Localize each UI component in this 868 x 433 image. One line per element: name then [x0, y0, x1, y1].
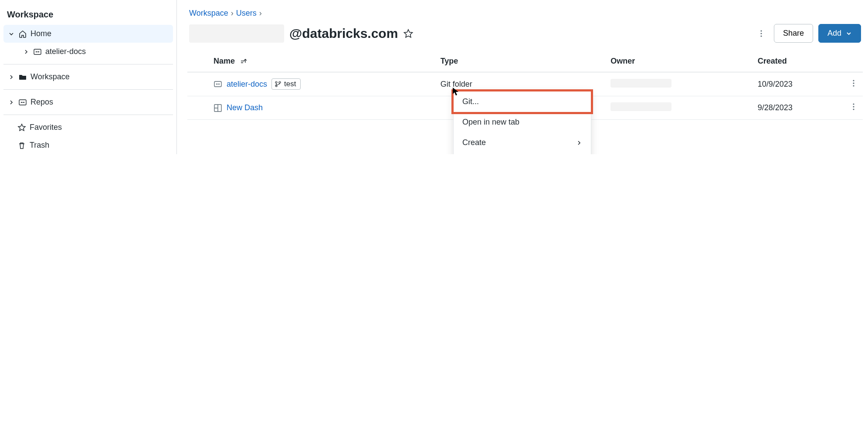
- sort-asc-icon: [240, 58, 248, 65]
- dashboard-icon: [214, 104, 222, 112]
- chevron-down-icon: [8, 30, 15, 37]
- sidebar-title: Workspace: [0, 0, 176, 25]
- svg-point-15: [853, 80, 854, 81]
- redacted-username: [189, 24, 284, 43]
- sidebar-item-label: Repos: [31, 98, 53, 107]
- svg-point-21: [853, 108, 854, 110]
- folder-icon: [18, 73, 27, 81]
- git-folder-icon: [214, 80, 222, 88]
- column-header-type[interactable]: Type: [436, 51, 606, 72]
- sidebar-item-label: Home: [31, 29, 51, 38]
- sidebar-item-atelier-docs[interactable]: atelier-docs: [3, 43, 173, 61]
- row-created: 10/9/2023: [753, 72, 845, 96]
- sidebar-item-label: Trash: [30, 141, 49, 150]
- kebab-icon[interactable]: [850, 103, 858, 111]
- redacted-owner: [610, 102, 671, 111]
- sidebar-item-label: atelier-docs: [45, 47, 86, 56]
- chevron-right-icon: [8, 74, 15, 81]
- trash-icon: [17, 141, 26, 150]
- column-header-created[interactable]: Created: [753, 51, 845, 72]
- share-button[interactable]: Share: [774, 24, 813, 43]
- divider: [3, 115, 173, 115]
- row-created: 9/28/2023: [753, 96, 845, 120]
- svg-point-12: [275, 81, 277, 83]
- divider: [3, 89, 173, 90]
- svg-point-7: [760, 33, 762, 34]
- column-header-owner[interactable]: Owner: [606, 51, 753, 72]
- kebab-icon[interactable]: [850, 79, 858, 87]
- breadcrumb-separator: ›: [231, 9, 234, 18]
- column-header-name[interactable]: Name: [187, 51, 436, 72]
- context-menu-git[interactable]: Git...: [454, 91, 591, 112]
- svg-point-17: [853, 85, 854, 86]
- sidebar-item-favorites[interactable]: Favorites: [3, 118, 173, 136]
- cursor-icon: [452, 87, 459, 96]
- svg-point-13: [279, 81, 281, 83]
- chevron-right-icon: [23, 48, 30, 55]
- star-icon: [17, 123, 26, 132]
- chevron-down-icon: [846, 30, 852, 37]
- add-button-label: Add: [827, 29, 841, 38]
- context-menu: Git... Open in new tab Create Import Exp…: [453, 91, 591, 154]
- context-menu-open-tab[interactable]: Open in new tab: [454, 112, 591, 132]
- breadcrumb-workspace[interactable]: Workspace: [189, 9, 228, 18]
- chevron-right-icon: [8, 99, 15, 106]
- home-icon: [18, 30, 27, 38]
- add-button[interactable]: Add: [818, 24, 861, 43]
- row-name[interactable]: New Dash: [227, 103, 263, 112]
- sidebar-item-label: Favorites: [30, 123, 62, 132]
- branch-name: test: [284, 80, 296, 88]
- branch-chip[interactable]: test: [271, 78, 301, 90]
- svg-point-16: [853, 82, 854, 84]
- row-name[interactable]: atelier-docs: [227, 80, 267, 89]
- kebab-icon[interactable]: [754, 26, 769, 41]
- context-menu-import[interactable]: Import: [454, 153, 591, 154]
- star-outline-icon[interactable]: [403, 28, 414, 39]
- svg-point-6: [760, 30, 762, 31]
- sidebar-item-home[interactable]: Home: [3, 25, 173, 43]
- svg-point-8: [760, 35, 762, 37]
- sidebar-item-label: Workspace: [31, 72, 70, 81]
- sidebar-item-trash[interactable]: Trash: [3, 136, 173, 154]
- svg-point-19: [853, 103, 854, 105]
- svg-point-20: [853, 106, 854, 107]
- redacted-owner: [610, 79, 671, 88]
- sidebar-item-repos[interactable]: Repos: [3, 93, 173, 111]
- breadcrumb: Workspace › Users ›: [187, 0, 863, 21]
- chevron-right-icon: [576, 140, 582, 146]
- branch-icon: [275, 81, 281, 88]
- page-title: @databricks.com: [289, 26, 398, 41]
- breadcrumb-users[interactable]: Users: [236, 9, 257, 18]
- divider: [3, 64, 173, 64]
- git-folder-icon: [18, 98, 27, 107]
- git-folder-icon: [33, 47, 42, 56]
- breadcrumb-separator: ›: [259, 9, 262, 18]
- context-menu-create[interactable]: Create: [454, 132, 591, 153]
- sidebar-item-workspace[interactable]: Workspace: [3, 68, 173, 86]
